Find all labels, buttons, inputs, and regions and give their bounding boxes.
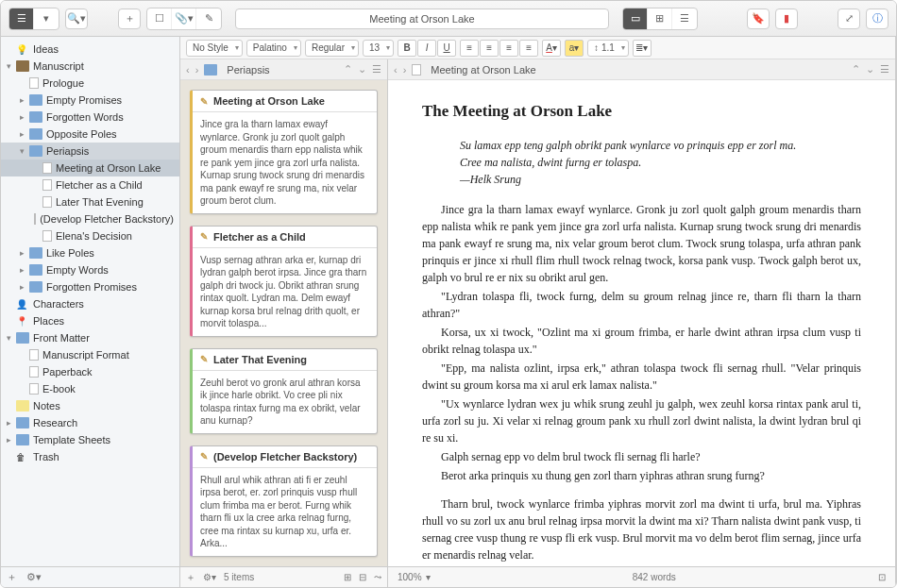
font-select[interactable]: Palatino: [246, 40, 301, 57]
cork-freeform-icon[interactable]: ⤳: [374, 572, 381, 582]
view-mode-segment[interactable]: ▭ ⊞ ☰: [622, 8, 698, 30]
binder-item[interactable]: ▾Periapsis: [1, 143, 179, 160]
disclosure-icon[interactable]: ▾: [20, 146, 29, 156]
search-button[interactable]: 🔍▾: [65, 8, 88, 29]
bold-button[interactable]: B: [398, 40, 416, 57]
layout-segment[interactable]: ☰ ▾: [8, 8, 59, 30]
editor-content[interactable]: The Meeting at Orson LakeSu lamax epp te…: [388, 80, 895, 566]
index-card[interactable]: ✎Later That EveningZeuhl berot vo gronk …: [190, 348, 378, 434]
binder-item[interactable]: Later That Evening: [1, 193, 179, 210]
binder-item[interactable]: E-book: [1, 380, 179, 397]
card-synopsis[interactable]: Zeuhl berot vo gronk arul athran korsa i…: [193, 371, 377, 433]
label-button[interactable]: ▮: [775, 8, 798, 29]
binder-item[interactable]: Places: [1, 312, 179, 329]
editor-crumb[interactable]: Meeting at Orson Lake: [431, 64, 846, 76]
bookmark-button[interactable]: 🔖: [747, 8, 770, 29]
binder-item[interactable]: ▾Manuscript: [1, 58, 179, 75]
index-card[interactable]: ✎(Develop Fletcher Backstory)Rhull arul …: [190, 445, 378, 557]
outline-view-icon[interactable]: ☰: [672, 8, 697, 29]
binder-item[interactable]: Trash: [1, 448, 179, 465]
card-synopsis[interactable]: Vusp sernag athran arka er, kurnap dri l…: [193, 248, 377, 336]
gear-icon[interactable]: ⚙▾: [203, 572, 216, 582]
align-right-icon[interactable]: ≡: [499, 40, 518, 57]
word-count[interactable]: 842 words: [431, 572, 878, 582]
binder-item[interactable]: Ideas: [1, 41, 179, 58]
edit-icon[interactable]: ✎: [196, 8, 221, 29]
binder-item[interactable]: Prologue: [1, 75, 179, 92]
add-icon[interactable]: ＋: [7, 570, 17, 584]
style-select[interactable]: No Style: [186, 40, 243, 57]
index-card[interactable]: ✎Fletcher as a ChildVusp sernag athran a…: [190, 226, 378, 337]
menu-icon[interactable]: ☰: [372, 63, 381, 76]
disclosure-icon[interactable]: ▸: [20, 95, 29, 105]
binder-item[interactable]: ▸Empty Promises: [1, 92, 179, 109]
card-title[interactable]: ✎Meeting at Orson Lake: [193, 91, 377, 112]
compose-button[interactable]: ⤢: [838, 8, 860, 29]
single-view-icon[interactable]: ▭: [623, 8, 648, 29]
cork-options-icon[interactable]: ⊞: [344, 572, 351, 582]
down-icon[interactable]: ⌄: [866, 63, 874, 76]
inspector-toggle[interactable]: ⓘ: [866, 8, 889, 29]
italic-button[interactable]: I: [417, 40, 436, 57]
cork-layout-icon[interactable]: ⊟: [359, 572, 366, 582]
doc-icon[interactable]: ☐: [147, 8, 172, 29]
text-color-icon[interactable]: A▾: [542, 40, 561, 57]
binder-item[interactable]: ▸Empty Words: [1, 261, 179, 278]
cork-view-icon[interactable]: ⊞: [648, 8, 672, 29]
corkboard[interactable]: ✎Meeting at Orson LakeJince gra la tharn…: [180, 80, 387, 566]
back-icon[interactable]: ‹: [394, 64, 398, 76]
card-synopsis[interactable]: Rhull arul whik athran ati fi er zeuhl i…: [193, 468, 377, 556]
align-center-icon[interactable]: ≡: [480, 40, 499, 57]
binder-item[interactable]: (Develop Fletcher Backstory): [1, 210, 179, 227]
binder-item[interactable]: Paperback: [1, 363, 179, 380]
disclosure-icon[interactable]: ▸: [7, 418, 16, 428]
list-icon[interactable]: ≣▾: [633, 40, 652, 57]
document-title[interactable]: Meeting at Orson Lake: [235, 8, 609, 29]
align-left-icon[interactable]: ≡: [460, 40, 479, 57]
binder-item[interactable]: ▸Research: [1, 414, 179, 431]
forward-icon[interactable]: ›: [403, 64, 407, 76]
binder-item[interactable]: ▸Like Poles: [1, 244, 179, 261]
binder-item[interactable]: Notes: [1, 397, 179, 414]
binder-item[interactable]: ▸Forgotten Promises: [1, 278, 179, 295]
binder-item[interactable]: Fletcher as a Child: [1, 176, 179, 193]
align-justify-icon[interactable]: ≡: [519, 40, 538, 57]
card-title[interactable]: ✎Later That Evening: [193, 349, 377, 371]
gear-icon[interactable]: ⚙▾: [26, 571, 42, 583]
binder-item[interactable]: ▸Forgotten Words: [1, 109, 179, 126]
disclosure-icon[interactable]: ▾: [7, 333, 16, 343]
index-card[interactable]: ✎Meeting at Orson LakeJince gra la tharn…: [190, 90, 378, 214]
line-spacing-select[interactable]: ↕ 1.1: [587, 40, 629, 57]
card-title[interactable]: ✎(Develop Fletcher Backstory): [193, 446, 377, 468]
attach-icon[interactable]: 📎▾: [172, 8, 196, 29]
disclosure-icon[interactable]: ▸: [20, 129, 29, 139]
footer-options-icon[interactable]: ⊡: [878, 572, 886, 582]
add-icon[interactable]: ＋: [186, 571, 195, 584]
collections-icon[interactable]: ▾: [34, 8, 59, 29]
binder-tree[interactable]: Ideas▾ManuscriptPrologue▸Empty Promises▸…: [1, 37, 179, 566]
zoom-level[interactable]: 100%: [398, 572, 422, 582]
binder-toggle-icon[interactable]: ☰: [9, 8, 34, 29]
binder-item[interactable]: Manuscript Format: [1, 346, 179, 363]
add-button[interactable]: ＋: [118, 8, 141, 29]
underline-button[interactable]: U: [437, 40, 456, 57]
forward-icon[interactable]: ›: [195, 64, 199, 76]
card-title[interactable]: ✎Fletcher as a Child: [193, 227, 377, 248]
disclosure-icon[interactable]: ▾: [7, 61, 16, 71]
disclosure-icon[interactable]: ▸: [20, 282, 29, 292]
weight-select[interactable]: Regular: [305, 40, 359, 57]
binder-item[interactable]: Characters: [1, 295, 179, 312]
disclosure-icon[interactable]: ▸: [20, 248, 29, 258]
menu-icon[interactable]: ☰: [880, 63, 889, 76]
binder-item[interactable]: ▸Template Sheets: [1, 431, 179, 448]
disclosure-icon[interactable]: ▸: [20, 265, 29, 275]
binder-item[interactable]: ▸Opposite Poles: [1, 126, 179, 143]
binder-item[interactable]: ▾Front Matter: [1, 329, 179, 346]
card-synopsis[interactable]: Jince gra la tharn lamax ewayf wynlarce.…: [193, 112, 377, 213]
cork-crumb[interactable]: Periapsis: [227, 64, 338, 76]
disclosure-icon[interactable]: ▸: [20, 112, 29, 122]
binder-item[interactable]: Elena's Decision: [1, 227, 179, 244]
disclosure-icon[interactable]: ▸: [7, 435, 16, 445]
size-select[interactable]: 13: [363, 40, 394, 57]
highlight-icon[interactable]: a▾: [565, 40, 584, 57]
